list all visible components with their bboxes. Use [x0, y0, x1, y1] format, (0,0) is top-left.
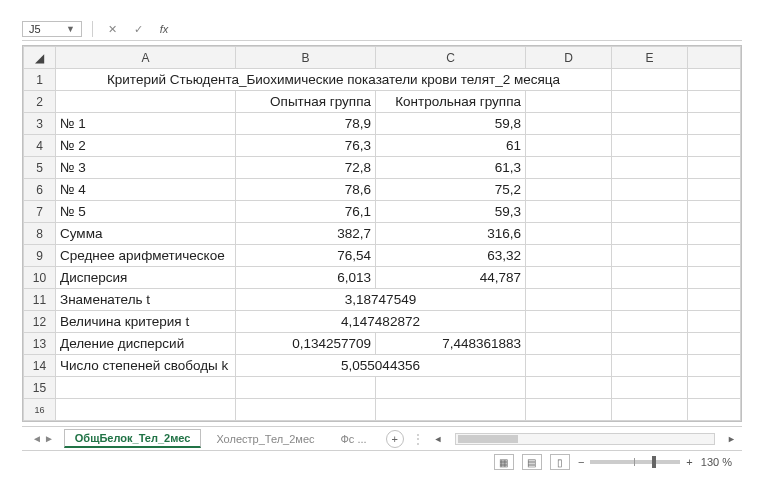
spreadsheet-grid[interactable]: ◢ A B C D E 1 Критерий Стьюдента_Биохими… — [22, 45, 742, 422]
row-header[interactable]: 12 — [24, 311, 56, 333]
cell[interactable]: Знаменатель t — [56, 289, 236, 311]
cell[interactable]: 78,6 — [236, 179, 376, 201]
cell[interactable] — [612, 201, 688, 223]
row-header[interactable]: 3 — [24, 113, 56, 135]
cell[interactable] — [612, 91, 688, 113]
row-header[interactable]: 5 — [24, 157, 56, 179]
cell[interactable] — [526, 245, 612, 267]
zoom-slider[interactable]: − + — [578, 456, 693, 468]
cell[interactable] — [526, 201, 612, 223]
cell[interactable] — [526, 157, 612, 179]
cell[interactable]: 5,055044356 — [236, 355, 526, 377]
cell[interactable]: Опытная группа — [236, 91, 376, 113]
fx-icon[interactable]: fx — [155, 20, 173, 38]
row-header[interactable]: 4 — [24, 135, 56, 157]
add-sheet-button[interactable]: + — [386, 430, 404, 448]
cell[interactable] — [236, 399, 376, 421]
slider-thumb[interactable] — [652, 456, 656, 468]
cell[interactable] — [526, 399, 612, 421]
cell[interactable]: Величина критерия t — [56, 311, 236, 333]
cell[interactable] — [526, 377, 612, 399]
scroll-left-icon[interactable]: ◄ — [432, 434, 445, 444]
cell[interactable] — [612, 113, 688, 135]
col-header-B[interactable]: B — [236, 47, 376, 69]
cell[interactable]: 59,3 — [376, 201, 526, 223]
cell[interactable]: Контрольная группа — [376, 91, 526, 113]
cell[interactable]: 6,013 — [236, 267, 376, 289]
name-box[interactable]: J5 ▼ — [22, 21, 82, 37]
sheet-tab-active[interactable]: ОбщБелок_Тел_2мес — [64, 429, 202, 448]
cell[interactable]: № 5 — [56, 201, 236, 223]
cell[interactable]: 61 — [376, 135, 526, 157]
row-header[interactable]: 14 — [24, 355, 56, 377]
cell[interactable] — [612, 157, 688, 179]
cell[interactable] — [688, 135, 741, 157]
cell[interactable]: 0,134257709 — [236, 333, 376, 355]
cell[interactable] — [688, 377, 741, 399]
cell[interactable] — [688, 333, 741, 355]
cell[interactable] — [526, 91, 612, 113]
row-header[interactable]: 2 — [24, 91, 56, 113]
cell[interactable]: 76,3 — [236, 135, 376, 157]
cell[interactable]: Деление дисперсий — [56, 333, 236, 355]
cell[interactable]: 61,3 — [376, 157, 526, 179]
cell[interactable] — [612, 135, 688, 157]
title-cell[interactable]: Критерий Стьюдента_Биохимические показат… — [56, 69, 612, 91]
horizontal-scrollbar[interactable] — [455, 433, 716, 445]
view-page-layout-icon[interactable]: ▤ — [522, 454, 542, 470]
sheet-tab[interactable]: Фс ... — [330, 430, 378, 447]
cell[interactable]: 75,2 — [376, 179, 526, 201]
cell[interactable] — [526, 311, 612, 333]
zoom-in-icon[interactable]: + — [686, 456, 692, 468]
cell[interactable]: № 4 — [56, 179, 236, 201]
row-header[interactable]: 15 — [24, 377, 56, 399]
cell[interactable] — [56, 377, 236, 399]
cell[interactable] — [526, 267, 612, 289]
cell[interactable]: 59,8 — [376, 113, 526, 135]
cell[interactable]: № 2 — [56, 135, 236, 157]
cell[interactable] — [612, 289, 688, 311]
cell[interactable] — [688, 201, 741, 223]
cell[interactable] — [526, 179, 612, 201]
cell[interactable]: 382,7 — [236, 223, 376, 245]
cell[interactable]: 76,54 — [236, 245, 376, 267]
cell[interactable] — [688, 289, 741, 311]
row-header[interactable]: 16 — [24, 399, 56, 421]
cell[interactable] — [688, 399, 741, 421]
tab-nav[interactable]: ◄ ► — [26, 433, 60, 444]
zoom-level[interactable]: 130 % — [701, 456, 732, 468]
cell[interactable]: 78,9 — [236, 113, 376, 135]
cell[interactable] — [688, 267, 741, 289]
row-header[interactable]: 13 — [24, 333, 56, 355]
cell[interactable] — [688, 223, 741, 245]
cell[interactable] — [526, 289, 612, 311]
col-header-D[interactable]: D — [526, 47, 612, 69]
view-page-break-icon[interactable]: ▯ — [550, 454, 570, 470]
cell[interactable] — [688, 179, 741, 201]
row-header[interactable]: 11 — [24, 289, 56, 311]
sheet-tab[interactable]: Холестр_Тел_2мес — [205, 430, 325, 447]
cell[interactable] — [612, 69, 688, 91]
cell[interactable] — [612, 377, 688, 399]
cell[interactable] — [688, 69, 741, 91]
cell[interactable]: Сумма — [56, 223, 236, 245]
cell[interactable]: № 1 — [56, 113, 236, 135]
cell[interactable] — [526, 223, 612, 245]
chevron-right-icon[interactable]: ► — [44, 433, 54, 444]
cell[interactable] — [612, 223, 688, 245]
row-header[interactable]: 1 — [24, 69, 56, 91]
cell[interactable]: 4,147482872 — [236, 311, 526, 333]
cell[interactable] — [526, 113, 612, 135]
row-header[interactable]: 9 — [24, 245, 56, 267]
cell[interactable] — [376, 399, 526, 421]
cell[interactable] — [612, 355, 688, 377]
col-header-A[interactable]: A — [56, 47, 236, 69]
cell[interactable]: 7,448361883 — [376, 333, 526, 355]
cell[interactable] — [236, 377, 376, 399]
check-icon[interactable]: ✓ — [129, 20, 147, 38]
cell[interactable] — [376, 377, 526, 399]
cell[interactable] — [526, 333, 612, 355]
cell[interactable] — [612, 245, 688, 267]
cell[interactable]: 44,787 — [376, 267, 526, 289]
cell[interactable] — [612, 179, 688, 201]
